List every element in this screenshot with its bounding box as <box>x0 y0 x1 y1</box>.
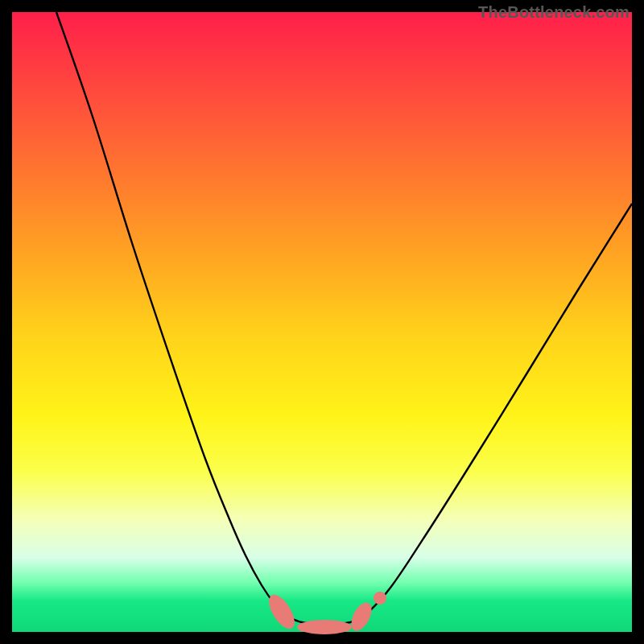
right-sausage <box>347 600 375 634</box>
watermark-text: TheBottleneck.com <box>478 3 630 22</box>
right-dot <box>374 592 386 605</box>
highlight-markers <box>264 591 386 634</box>
curve-left-branch <box>56 12 286 616</box>
chart-frame <box>12 12 632 632</box>
bottom-sausage <box>297 620 352 634</box>
chart-svg <box>12 12 632 632</box>
curve-right-branch <box>365 204 632 616</box>
